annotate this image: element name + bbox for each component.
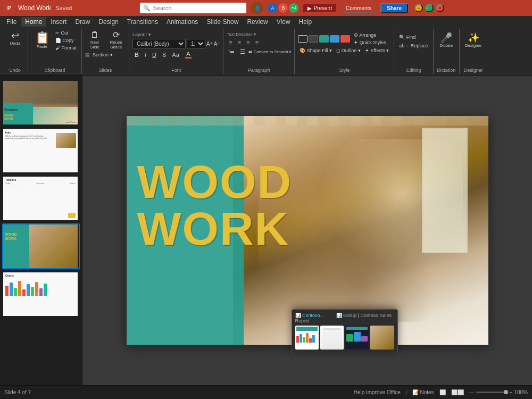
style-group-label: Style xyxy=(298,66,390,73)
ribbon-group-slides: 🗒 NewSlide ⟳ ReuseSlides ▤ Section ▾ Sli… xyxy=(82,29,129,74)
format-painter-button[interactable]: 🖌 Format xyxy=(54,45,78,51)
new-slide-button[interactable]: 🗒 NewSlide xyxy=(85,30,104,51)
copy-button[interactable]: 📄 Copy xyxy=(54,37,78,44)
numbered-list-button[interactable]: ☰ xyxy=(238,48,247,56)
menu-transitions[interactable]: Transitions xyxy=(123,17,162,27)
zoom-control: — + 100% xyxy=(469,389,528,395)
ribbon-group-undo: ↩ Undo Undo xyxy=(2,29,28,74)
designer-group-label: Designer xyxy=(463,66,484,73)
close-button[interactable]: × xyxy=(436,4,444,12)
italic-button[interactable]: I xyxy=(143,51,148,59)
align-right-button[interactable]: ≡ xyxy=(244,39,252,46)
slide-panel[interactable]: 1 WOODGRAIN Jack Purton Woodgrain 2 xyxy=(0,76,82,385)
search-bar[interactable]: 🔍 xyxy=(140,3,246,13)
quick-styles-button[interactable]: ✦ Quick Styles xyxy=(352,39,388,46)
find-button[interactable]: 🔍 Find xyxy=(397,34,430,40)
shape-fill-button[interactable]: 🎨 Shape Fill ▾ xyxy=(298,47,334,54)
arrange-button[interactable]: ⚙ Arrange xyxy=(352,32,388,38)
shape-style-2[interactable] xyxy=(309,35,318,43)
convert-smartart-button[interactable]: ⇄ Convert to SmartArt xyxy=(248,48,291,56)
shape-outline-button[interactable]: ◻ Outline ▾ xyxy=(335,47,362,54)
menu-design[interactable]: Design xyxy=(94,17,122,27)
title-bar-right: 👤 A B +4 ▶ Present Comments Share − □ × xyxy=(251,2,444,14)
strikethrough-button[interactable]: S xyxy=(160,51,168,59)
paste-button[interactable]: 📋 Paste xyxy=(31,31,53,50)
popup-item-4[interactable] xyxy=(370,326,394,350)
status-bar: Slide 4 of 7 Help Improve Office | 📝 Not… xyxy=(0,385,532,399)
menu-bar: File Home Insert Draw Design Transitions… xyxy=(0,16,532,28)
slide-preview-2: Intro With the world turning towards a D… xyxy=(3,129,78,172)
zoom-percent: 100% xyxy=(514,389,528,395)
dictate-button[interactable]: 🎤 Dictate xyxy=(437,32,456,49)
search-input[interactable] xyxy=(153,5,243,11)
taskbar-popup[interactable]: 📊 Contoso... 📊 Group | Contoso Sales Rep… xyxy=(292,309,398,353)
font-size-select[interactable]: 11 xyxy=(187,39,205,48)
shape-style-3[interactable] xyxy=(319,35,329,43)
menu-help[interactable]: Help xyxy=(295,17,317,27)
shape-styles-grid xyxy=(298,35,350,43)
shape-style-1[interactable] xyxy=(298,35,307,43)
bullet-list-button[interactable]: ≔ xyxy=(227,48,237,56)
replace-button[interactable]: ab→ Replace xyxy=(397,43,430,49)
shape-effects-button[interactable]: ✦ Effects ▾ xyxy=(363,47,390,54)
zoom-slider[interactable] xyxy=(476,392,508,393)
undo-button[interactable]: ↩ Undo xyxy=(5,30,24,47)
slide-thumb-3[interactable]: 3 Timeline TodayTomorrowFuture There hav… xyxy=(2,176,80,221)
maximize-button[interactable]: □ xyxy=(425,4,434,12)
justify-button[interactable]: ≡ xyxy=(253,39,261,46)
menu-file[interactable]: File xyxy=(2,17,21,27)
slide-thumb-4[interactable]: 4 WOODWORK xyxy=(2,223,80,269)
menu-view[interactable]: View xyxy=(272,17,295,27)
menu-insert[interactable]: Insert xyxy=(46,17,71,27)
popup-item-1[interactable] xyxy=(295,326,319,350)
collab-icon-1: A xyxy=(268,3,277,13)
minimize-button[interactable]: − xyxy=(414,4,423,12)
bold-button[interactable]: B xyxy=(132,51,141,59)
slide-thumb-2[interactable]: 2 Intro With the world turning towards a… xyxy=(2,128,80,173)
slide-thumb-1[interactable]: 1 WOODGRAIN Jack Purton Woodgrain xyxy=(2,80,80,126)
font-family-select[interactable]: Calibri (Body) xyxy=(132,39,186,48)
wood-text-line2: WORK xyxy=(137,205,293,252)
share-button[interactable]: Share xyxy=(380,3,408,13)
slide-thumb-5[interactable]: 5 Charts xyxy=(2,271,80,317)
canvas-area: WOOD WORK 📊 Contoso... 📊 Group | Contoso… xyxy=(82,76,532,385)
menu-animations[interactable]: Animations xyxy=(162,17,202,27)
collab-icon-3: +4 xyxy=(289,3,298,13)
ribbon-group-editing: 🔍 Find ab→ Replace Editing xyxy=(394,29,434,74)
slides-group-label: Slides xyxy=(85,66,126,73)
decrease-font-button[interactable]: A⁻ xyxy=(214,41,220,47)
font-color-button[interactable]: A xyxy=(183,50,194,59)
designer-button[interactable]: ✨ Designer xyxy=(463,32,484,49)
align-left-button[interactable]: ≡ xyxy=(227,39,234,46)
slide-preview-3: Timeline TodayTomorrowFuture There have … xyxy=(3,177,78,220)
font-group-label: Font xyxy=(132,66,220,73)
popup-header: 📊 Contoso... 📊 Group | Contoso Sales Rep… xyxy=(295,313,394,323)
menu-draw[interactable]: Draw xyxy=(71,17,94,27)
slide-preview-1: WOODGRAIN Jack Purton Woodgrain xyxy=(3,81,78,124)
align-center-button[interactable]: ≡ xyxy=(236,39,243,46)
menu-review[interactable]: Review xyxy=(243,17,272,27)
underline-button[interactable]: U xyxy=(150,51,159,59)
ribbon-group-designer: ✨ Designer Designer xyxy=(460,29,487,74)
shape-style-5[interactable] xyxy=(340,35,350,43)
user-avatar[interactable]: 👤 xyxy=(251,2,263,14)
slide-info: Slide 4 of 7 xyxy=(4,389,31,395)
help-improve[interactable]: Help Improve Office xyxy=(354,389,401,395)
ribbon-group-paragraph: Text Direction ▾ ≡ ≡ ≡ ≡ ≔ ☰ ⇄ Convert t… xyxy=(223,29,295,74)
reuse-slides-button[interactable]: ⟳ ReuseSlides xyxy=(106,30,126,51)
section-button[interactable]: Section ▾ xyxy=(91,52,114,58)
menu-home[interactable]: Home xyxy=(21,17,46,27)
shape-style-4[interactable] xyxy=(330,35,339,43)
increase-font-button[interactable]: A⁺ xyxy=(206,41,213,47)
change-case-button[interactable]: Aa xyxy=(170,51,181,59)
title-bar: P Wood Work Saved 🔍 👤 A B +4 ▶ Present C… xyxy=(0,0,532,16)
popup-item-2[interactable] xyxy=(320,326,344,350)
menu-slideshow[interactable]: Slide Show xyxy=(202,17,243,27)
document-title: Wood Work xyxy=(18,4,51,12)
popup-item-3[interactable] xyxy=(345,326,369,350)
present-button[interactable]: ▶ Present xyxy=(303,4,336,13)
ribbon-group-clipboard: 📋 Paste ✂ Cut 📄 Copy 🖌 Format Clipboard xyxy=(28,29,82,74)
comments-button[interactable]: Comments xyxy=(341,4,376,13)
cut-button[interactable]: ✂ Cut xyxy=(54,30,78,36)
notes-button[interactable]: 📝 Notes xyxy=(412,389,434,395)
